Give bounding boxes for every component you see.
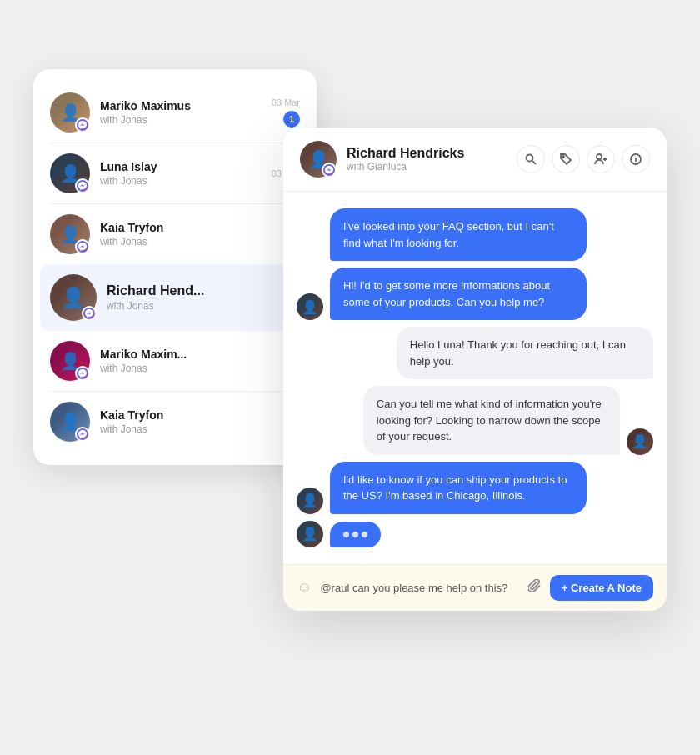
conv-sub: with Jonas (100, 114, 262, 126)
conv-badge: 1 (283, 111, 300, 128)
conv-name: Kaia Tryfon (100, 408, 300, 422)
message-row-msg-4: Can you tell me what kind of information… (297, 386, 653, 455)
info-button[interactable] (622, 145, 650, 173)
conv-info: Kaia Tryfon with Jonas (100, 221, 300, 248)
conv-name: Mariko Maximus (100, 99, 262, 112)
messenger-badge (75, 118, 90, 132)
chat-contact-name: Richard Hendricks (347, 146, 507, 161)
message-row-msg-5: 👤 I'd like to know if you can ship your … (297, 462, 653, 514)
messenger-badge (75, 239, 90, 254)
message-row-msg-2: 👤 Hi! I'd to get some more informations … (297, 268, 653, 320)
conv-sub: with Jonas (100, 423, 300, 435)
emoji-icon[interactable]: ☺ (297, 579, 312, 597)
conv-name: Richard Hend... (107, 283, 300, 298)
message-row-msg-3: Hello Luna! Thank you for reaching out, … (297, 327, 653, 379)
avatar-wrap: 👤 (50, 214, 90, 254)
typing-dot-1 (343, 532, 349, 538)
conv-info: Mariko Maxim... with Jonas (100, 348, 300, 374)
typing-indicator (330, 522, 381, 548)
conv-info: Richard Hend... with Jonas (107, 283, 300, 312)
conv-date: 03 Mar (272, 98, 300, 108)
avatar-wrap: 👤 (50, 92, 90, 132)
messenger-badge (82, 306, 97, 321)
svg-line-1 (532, 161, 536, 164)
svg-point-0 (527, 155, 533, 162)
conv-name: Mariko Maxim... (100, 348, 300, 361)
conv-sub: with Jonas (100, 362, 300, 374)
chat-panel: 👤 Richard Hendricks with Gianluca (283, 128, 667, 611)
msg-avatar: 👤 (297, 521, 323, 548)
contact-avatar-wrap: 👤 (300, 141, 337, 178)
conv-sub: with Jonas (107, 300, 300, 312)
add-user-button[interactable] (587, 145, 615, 173)
chat-header: 👤 Richard Hendricks with Gianluca (283, 128, 667, 192)
message-row-msg-1: I've looked into your FAQ section, but I… (297, 208, 653, 261)
search-button[interactable] (517, 145, 545, 173)
svg-point-2 (562, 156, 564, 158)
msg-bubble: Hello Luna! Thank you for reaching out, … (397, 327, 653, 379)
messenger-badge (75, 366, 90, 381)
msg-bubble: Hi! I'd to get some more informations ab… (330, 268, 587, 320)
svg-point-3 (597, 154, 602, 159)
conversation-item-mariko-1[interactable]: 👤 Mariko Maximus with Jonas 03 Mar 1 (33, 82, 317, 142)
svg-point-8 (636, 157, 637, 158)
conv-info: Kaia Tryfon with Jonas (100, 408, 300, 435)
conv-info: Mariko Maximus with Jonas (100, 99, 262, 126)
chat-header-actions (517, 145, 650, 173)
tag-button[interactable] (552, 145, 580, 173)
messenger-badge (75, 427, 90, 442)
avatar-wrap: 👤 (50, 153, 90, 193)
conversation-list-panel: 👤 Mariko Maximus with Jonas 03 Mar 1 (33, 69, 317, 465)
conv-name: Luna Islay (100, 160, 262, 173)
message-row-msg-typing: 👤 (297, 521, 653, 548)
conv-sub: with Jonas (100, 236, 300, 248)
avatar-wrap: 👤 (50, 274, 97, 321)
conversation-item-richard-active[interactable]: 👤 Richard Hend... with Jonas (40, 264, 310, 331)
msg-bubble: I've looked into your FAQ section, but I… (330, 208, 587, 261)
msg-bubble: I'd like to know if you can ship your pr… (330, 462, 587, 514)
chat-header-info: Richard Hendricks with Gianluca (347, 146, 507, 172)
attach-icon[interactable] (528, 579, 542, 596)
avatar-wrap: 👤 (50, 341, 90, 381)
msg-avatar: 👤 (627, 428, 653, 455)
conversation-item-kaia-1[interactable]: 👤 Kaia Tryfon with Jonas (33, 204, 317, 264)
msg-bubble: Can you tell me what kind of information… (363, 386, 620, 455)
conversation-item-kaia-2[interactable]: 👤 Kaia Tryfon with Jonas (33, 392, 317, 452)
typing-dot-3 (362, 532, 368, 538)
conversation-item-luna-1[interactable]: 👤 Luna Islay with Jonas 03 Mar (33, 143, 317, 203)
conv-info: Luna Islay with Jonas (100, 160, 262, 187)
chat-input-area: ☺ + Create A Note (283, 564, 667, 611)
chat-messages: I've looked into your FAQ section, but I… (283, 192, 667, 564)
messenger-badge (322, 162, 337, 178)
conv-meta: 03 Mar 1 (272, 98, 300, 128)
msg-avatar: 👤 (297, 293, 323, 320)
conv-sub: with Jonas (100, 175, 262, 187)
conv-name: Kaia Tryfon (100, 221, 300, 234)
chat-contact-sub: with Gianluca (347, 161, 507, 172)
msg-avatar: 👤 (297, 488, 323, 514)
typing-dot-2 (352, 532, 358, 538)
avatar-wrap: 👤 (50, 402, 90, 442)
conversation-item-mariko-2[interactable]: 👤 Mariko Maxim... with Jonas (33, 331, 317, 391)
create-note-button[interactable]: + Create A Note (550, 575, 653, 601)
chat-input[interactable] (320, 582, 519, 594)
scene: 👤 Mariko Maximus with Jonas 03 Mar 1 (33, 44, 667, 711)
messenger-badge (75, 178, 90, 193)
